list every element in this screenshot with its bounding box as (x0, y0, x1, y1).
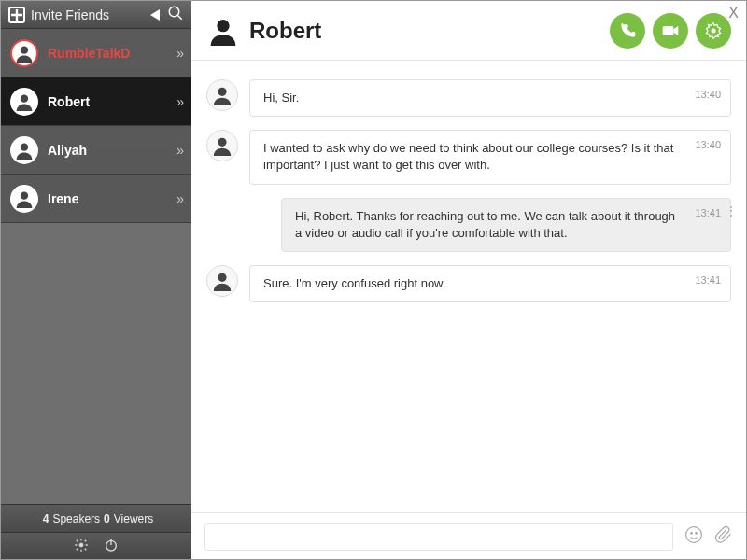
svg-point-17 (691, 532, 693, 534)
attachment-icon[interactable] (714, 525, 733, 548)
message-bubble[interactable]: Hi, Robert. Thanks for reaching out to m… (281, 198, 731, 252)
svg-point-16 (686, 526, 702, 542)
message-time: 13:41 (695, 206, 721, 220)
viewers-count: 0 (104, 512, 110, 525)
chat-avatar (206, 14, 240, 48)
viewers-label: Viewers (114, 512, 153, 525)
contact-item-irene[interactable]: Irene» (1, 175, 191, 223)
message-row: Hi, Sir.13:40 (206, 79, 731, 117)
avatar-icon (10, 136, 38, 164)
message-text: Hi, Sir. (263, 90, 717, 106)
sidebar-controls (1, 533, 191, 560)
message-composer (191, 512, 746, 559)
contact-name: RumbleTalkD (48, 46, 176, 61)
invite-plus-icon[interactable] (8, 7, 25, 23)
message-avatar-icon (206, 265, 238, 297)
sidebar-footer: 4 Speakers 0 Viewers (1, 504, 191, 560)
svg-point-0 (169, 7, 179, 17)
sidebar-top-bar: Invite Friends (1, 1, 191, 29)
video-call-button[interactable] (653, 13, 688, 49)
avatar-icon (10, 88, 38, 116)
svg-point-12 (218, 88, 226, 96)
messages-list: Hi, Sir.13:40I wanted to ask why do we n… (191, 61, 746, 512)
chat-header: Robert (191, 1, 746, 61)
chat-panel: X Robert Hi, Sir.13:40I wanted to ask wh… (191, 1, 746, 559)
contact-item-aliyah[interactable]: Aliyah» (1, 126, 191, 175)
search-icon[interactable] (167, 5, 184, 24)
chevron-right-icon: » (176, 94, 182, 109)
svg-rect-10 (663, 26, 674, 35)
svg-point-3 (21, 94, 28, 102)
svg-point-13 (218, 138, 226, 147)
speakers-count: 4 (43, 512, 49, 525)
message-time: 13:40 (695, 88, 721, 102)
svg-point-2 (21, 46, 28, 53)
chevron-right-icon: » (176, 191, 182, 206)
message-time: 13:41 (695, 273, 721, 287)
power-icon[interactable] (104, 538, 119, 556)
svg-point-9 (217, 20, 229, 32)
message-text: Hi, Robert. Thanks for reaching out to m… (295, 208, 717, 242)
svg-point-15 (218, 273, 226, 282)
settings-button[interactable] (696, 13, 731, 49)
invite-friends-label[interactable]: Invite Friends (31, 7, 147, 22)
svg-line-1 (177, 15, 182, 20)
message-row: I wanted to ask why do we need to think … (206, 130, 731, 184)
svg-point-18 (696, 532, 698, 534)
message-input[interactable] (204, 523, 673, 551)
sidebar: Invite Friends RumbleTalkD»Robert»Aliyah… (1, 1, 191, 560)
message-menu-icon[interactable]: ⋮ (725, 206, 738, 216)
message-avatar-icon (206, 130, 238, 161)
close-button[interactable]: X (728, 5, 739, 21)
avatar-icon (10, 39, 38, 67)
emoji-icon[interactable] (684, 525, 703, 548)
speakers-label: Speakers (52, 512, 100, 525)
message-bubble[interactable]: Hi, Sir.13:40 (249, 79, 731, 117)
contact-name: Aliyah (48, 143, 176, 158)
collapse-left-icon[interactable] (150, 9, 160, 21)
message-bubble[interactable]: Sure. I'm very confused right now.13:41 (249, 265, 731, 302)
message-text: I wanted to ask why do we need to think … (263, 140, 717, 174)
speakers-viewers-stats: 4 Speakers 0 Viewers (1, 505, 191, 533)
contact-item-robert[interactable]: Robert» (1, 77, 191, 126)
contacts-list: RumbleTalkD»Robert»Aliyah»Irene» (1, 29, 191, 504)
svg-point-6 (79, 543, 83, 547)
contact-name: Robert (48, 94, 176, 109)
svg-point-11 (712, 28, 716, 33)
svg-point-4 (21, 143, 28, 150)
message-text: Sure. I'm very confused right now. (263, 275, 717, 292)
chevron-right-icon: » (176, 46, 182, 61)
message-row: Sure. I'm very confused right now.13:41 (206, 265, 731, 302)
avatar-icon (10, 185, 38, 213)
contact-name: Irene (48, 191, 176, 206)
settings-gear-icon[interactable] (74, 538, 89, 556)
message-avatar-icon (206, 79, 238, 111)
contact-item-rumbletalkd[interactable]: RumbleTalkD» (1, 29, 191, 77)
chat-title: Robert (249, 18, 602, 44)
message-time: 13:40 (695, 138, 721, 152)
chevron-right-icon: » (176, 143, 182, 158)
svg-point-5 (21, 191, 28, 199)
audio-call-button[interactable] (610, 13, 645, 49)
message-row: Hi, Robert. Thanks for reaching out to m… (206, 198, 731, 252)
message-bubble[interactable]: I wanted to ask why do we need to think … (249, 130, 731, 184)
